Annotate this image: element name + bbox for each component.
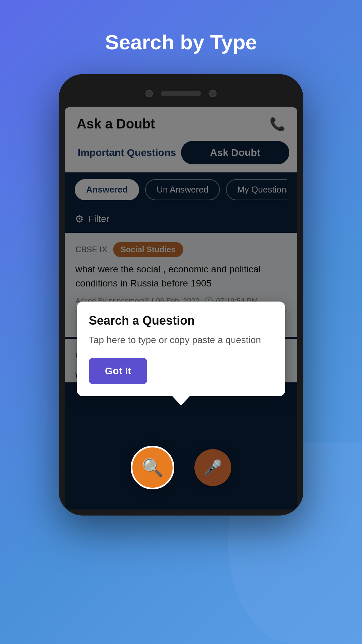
page-title: Search by Type bbox=[105, 30, 257, 54]
tooltip-description: Tap here to type or copy paste a questio… bbox=[89, 333, 273, 347]
mic-icon: 🎤 bbox=[204, 459, 222, 476]
speaker bbox=[161, 91, 201, 96]
tooltip-popup: Search a Question Tap here to type or co… bbox=[77, 302, 285, 396]
bottom-buttons: 🔍 🎤 bbox=[65, 446, 297, 489]
search-fab-button[interactable]: 🔍 bbox=[131, 446, 174, 489]
got-it-button[interactable]: Got It bbox=[89, 358, 147, 384]
phone-notch bbox=[65, 80, 297, 107]
tooltip-title: Search a Question bbox=[89, 314, 273, 328]
front-camera bbox=[145, 90, 153, 97]
phone-screen: Ask a Doubt 📞 Important Questions Ask Do… bbox=[65, 107, 297, 509]
search-icon: 🔍 bbox=[142, 458, 164, 478]
phone-frame: Ask a Doubt 📞 Important Questions Ask Do… bbox=[59, 74, 303, 516]
sensor bbox=[209, 90, 217, 97]
mic-fab-button[interactable]: 🎤 bbox=[194, 449, 231, 486]
